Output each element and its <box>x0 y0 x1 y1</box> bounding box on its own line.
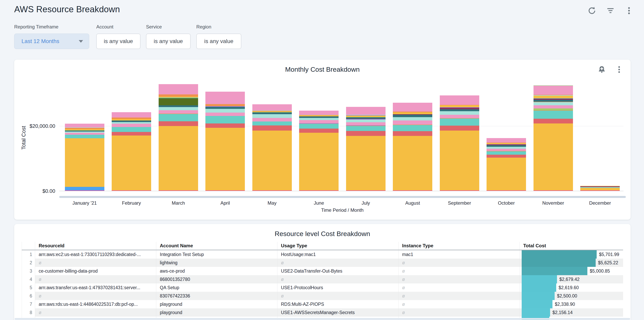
chart-horizontal-scrollbar[interactable] <box>59 196 626 198</box>
region-filter-value: is any value <box>204 38 234 45</box>
cell-account-name: lightwing <box>156 258 277 267</box>
segment-amber <box>346 116 386 117</box>
resource-table-card: Resource level Cost Breakdown ResourceId… <box>14 224 630 320</box>
null-value: ø <box>402 277 405 282</box>
segment-ltteal <box>299 118 338 120</box>
stacked-bar-March[interactable] <box>159 84 198 191</box>
segment-pink <box>252 118 292 122</box>
segment-amber <box>393 112 432 114</box>
total-cost-bar <box>522 283 556 292</box>
x-tick-label: May <box>248 200 296 206</box>
table-horizontal-scrollbar[interactable] <box>14 318 630 320</box>
table-title: Resource level Cost Breakdown <box>14 230 630 238</box>
row-number: 7 <box>22 300 35 308</box>
region-filter-button[interactable]: is any value <box>196 34 241 49</box>
refresh-icon[interactable] <box>587 6 597 16</box>
segment-pink <box>486 138 526 143</box>
cell-total-cost: $2,679.42 <box>520 275 623 283</box>
stacked-bar-August[interactable] <box>393 103 432 191</box>
segment-red <box>534 119 573 123</box>
segment-ltteal <box>159 107 198 110</box>
segment-dkteal <box>486 145 526 147</box>
stacked-bar-February[interactable] <box>112 112 151 191</box>
table-row[interactable]: 6ø830767422336øø$2,500.00 <box>22 292 623 300</box>
segment-pink <box>299 111 338 115</box>
bar-slot <box>483 79 530 191</box>
table-row[interactable]: 7arn:aws:rds:us-east-1:448640225317:db:p… <box>22 300 623 308</box>
segment-orange <box>159 94 198 96</box>
chart-card-toolbar <box>597 65 624 74</box>
segment-pink <box>159 84 198 94</box>
segment-teal <box>112 127 151 132</box>
column-header-usage-type[interactable]: Usage Type <box>277 242 398 250</box>
service-filter-button[interactable]: is any value <box>146 34 190 49</box>
segment-dkteal <box>299 116 338 118</box>
cell-account-name: aws-ce-prod <box>156 267 277 275</box>
stacked-bar-May[interactable] <box>252 104 292 191</box>
x-tick-label: June <box>296 200 342 206</box>
segment-amber <box>440 131 479 191</box>
cell-usage-type: USE1-ProtocolHours <box>277 283 398 292</box>
segment-ltteal <box>346 120 386 122</box>
segment-pink <box>206 92 245 104</box>
x-tick-label: November <box>530 200 577 206</box>
cell-instance-type: ø <box>398 258 520 267</box>
segment-red <box>393 131 432 136</box>
stacked-bar-September[interactable] <box>440 95 479 191</box>
cell-instance-type: ø <box>398 283 520 292</box>
segment-pink <box>534 86 573 95</box>
null-value: ø <box>281 293 284 299</box>
table-header-row: ResourceId Account Name Usage Type Insta… <box>22 242 623 250</box>
more-vert-icon[interactable] <box>614 65 624 74</box>
null-value: ø <box>281 260 284 265</box>
cell-instance-type: ø <box>398 300 520 308</box>
cell-account-name: QA Setup <box>156 283 277 292</box>
timeframe-select[interactable]: Last 12 Months <box>14 34 89 49</box>
cell-total-cost: $2,619.60 <box>520 283 623 292</box>
stacked-bar-October[interactable] <box>486 138 526 191</box>
table-row[interactable]: 4ø868001352780øø$2,679.42 <box>22 275 623 283</box>
segment-teal <box>534 111 573 119</box>
column-header-instance-type[interactable]: Instance Type <box>398 242 520 250</box>
total-cost-bar <box>522 275 557 283</box>
segment-ltteal <box>486 147 526 149</box>
stacked-bar-April[interactable] <box>206 92 245 191</box>
stacked-bar-January '21[interactable] <box>65 124 104 191</box>
bars-row <box>61 79 624 191</box>
stacked-bar-July[interactable] <box>346 107 386 191</box>
table-row[interactable]: 8øplaygroundUSE1-AWSSecretsManager-Secre… <box>22 308 623 317</box>
cell-total-cost: $2,338.90 <box>520 300 623 308</box>
account-filter-button[interactable]: is any value <box>96 34 140 49</box>
stacked-bar-June[interactable] <box>299 111 338 191</box>
null-value: ø <box>402 302 405 307</box>
resource-table: ResourceId Account Name Usage Type Insta… <box>22 242 623 320</box>
null-value: ø <box>402 285 405 290</box>
row-number-header <box>22 242 35 250</box>
table-row[interactable]: 3ce-customer-billing-data-prodaws-ce-pro… <box>22 267 623 275</box>
segment-magenta <box>112 190 151 191</box>
y-tick-0: $0.00 <box>20 188 55 194</box>
column-header-total-cost[interactable]: Total Cost <box>520 242 623 250</box>
table-row[interactable]: 2ølightwingøø$5,625.22 <box>22 258 623 267</box>
stacked-bar-December[interactable] <box>580 186 620 191</box>
filter-list-icon[interactable] <box>606 6 615 16</box>
y-axis-title: Total Cost <box>21 134 27 150</box>
more-vert-icon[interactable] <box>624 6 634 16</box>
segment-magenta <box>534 190 573 191</box>
column-header-account-name[interactable]: Account Name <box>156 242 277 250</box>
table-row[interactable]: 5arn:aws:transfer:us-east-1:479370281431… <box>22 283 623 292</box>
total-cost-value: $2,679.42 <box>559 277 580 282</box>
segment-magenta <box>159 190 198 191</box>
column-header-resource-id[interactable]: ResourceId <box>35 242 156 250</box>
segment-amber <box>206 128 245 190</box>
table-row[interactable]: 1arn:aws:ec2:us-east-1:733017110293:dedi… <box>22 250 623 258</box>
segment-pink <box>534 105 573 108</box>
total-cost-value: $2,500.00 <box>557 293 577 299</box>
alert-bell-add-icon[interactable] <box>597 65 606 74</box>
segment-amber <box>112 136 151 190</box>
filter-label: Service <box>146 24 190 30</box>
stacked-bar-November[interactable] <box>534 85 573 191</box>
segment-ltteal <box>206 109 245 113</box>
timeframe-value: Last 12 Months <box>22 38 59 45</box>
total-cost-bar <box>522 300 552 308</box>
